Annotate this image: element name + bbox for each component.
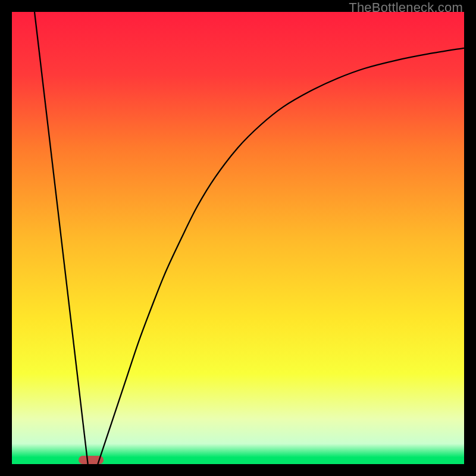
chart-lines — [12, 12, 464, 464]
watermark-text: TheBottleneck.com — [349, 0, 463, 15]
right-curve-line — [98, 48, 464, 464]
left-slope-line — [35, 12, 88, 464]
chart-frame — [12, 12, 464, 464]
